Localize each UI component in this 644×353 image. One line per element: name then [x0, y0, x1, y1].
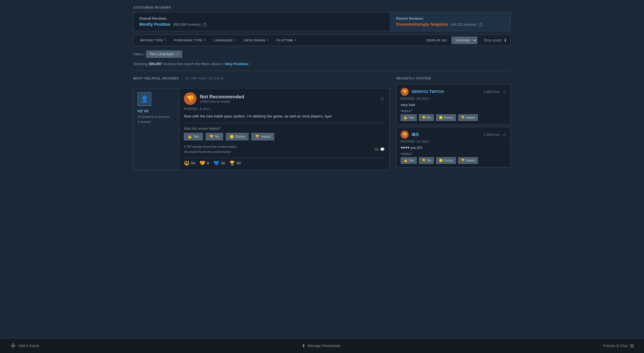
- recent-yes-button-0[interactable]: 👍 Yes: [401, 114, 417, 121]
- star-icon[interactable]: ☆: [380, 95, 385, 102]
- recent-award-label-1: Award: [466, 159, 475, 162]
- helpful-funny-button[interactable]: 😶 Funny: [226, 133, 249, 140]
- overall-reviews-count: (880,696 reviews): [173, 23, 200, 27]
- show-graph-button[interactable]: Show graph ⬇: [484, 38, 507, 43]
- showing-suffix: ): [249, 62, 250, 66]
- helpful-stats-text: 2,787 people found this review helpful 4…: [184, 144, 237, 154]
- friends-chat-button[interactable]: Friends & Chat ⊞: [599, 341, 637, 350]
- helpful-question: Was this review helpful?: [184, 127, 385, 131]
- recent-funny-button-0[interactable]: 😶 Funny: [436, 114, 456, 121]
- helpful-award-button[interactable]: 🏆 Award: [251, 133, 274, 140]
- thumbs-up-icon: 👍: [188, 135, 192, 139]
- add-game-label: Add a Game: [18, 344, 39, 348]
- recent-reviews-box: Recent Reviews: Overwhelmingly Negative …: [390, 12, 510, 31]
- recent-star-icon-1[interactable]: ☆: [502, 132, 506, 137]
- recent-yes-label-1: Yes: [409, 159, 414, 162]
- recent-award-button-0[interactable]: 🏆 Award: [458, 114, 478, 121]
- comments-icon: 💬: [380, 147, 385, 151]
- recent-funny-icon-1: 😶: [439, 159, 443, 162]
- language-tag-close-icon[interactable]: ✕: [176, 52, 179, 56]
- manage-downloads-button[interactable]: ⬇ Manage Downloads: [298, 341, 344, 350]
- recent-award-button-1[interactable]: 🏆 Award: [458, 157, 478, 164]
- recent-helpful-btns-1: 👍 Yes 👎 No 😶 Funny 🏆 Award: [401, 157, 506, 164]
- recent-star-icon-0[interactable]: ☆: [502, 89, 506, 94]
- award-item-2: 💙 18: [214, 160, 225, 166]
- sentiment-link[interactable]: Very Positive: [224, 62, 248, 66]
- most-helpful-title: MOST HELPFUL REVIEWS: [133, 77, 179, 80]
- recent-no-button-0[interactable]: 👎 No: [419, 114, 434, 121]
- recent-no-button-1[interactable]: 👎 No: [419, 157, 434, 164]
- showing-middle: reviews that match the filters above (: [163, 62, 224, 66]
- author-name: KE VE: [138, 109, 149, 113]
- bottom-center: ⬇ Manage Downloads: [43, 341, 599, 350]
- purchase-type-chevron-icon: ▼: [204, 39, 206, 41]
- bottom-bar: ➕ Add a Game ⬇ Manage Downloads Friends …: [0, 338, 644, 353]
- recent-funny-icon-0: 😶: [439, 116, 443, 119]
- award-icon-3: 🏆: [229, 160, 235, 166]
- recent-no-label-1: No: [427, 159, 431, 162]
- recent-yes-label-0: Yes: [409, 116, 414, 119]
- funny-label: Funny: [235, 135, 245, 139]
- recent-helpful-btns-0: 👍 Yes 👎 No 😶 Funny 🏆 Award: [401, 114, 506, 121]
- recent-funny-label-0: Funny: [444, 116, 453, 119]
- showing-prefix: Showing: [133, 62, 148, 66]
- most-helpful-section: MOST HELPFUL REVIEWS IN THE PAST 30 DAYS…: [133, 77, 389, 170]
- section-title: CUSTOMER REVIEWS: [133, 6, 511, 9]
- recent-helpful-label-0: Helpful?: [401, 109, 506, 113]
- recent-award-icon-0: 🏆: [461, 116, 465, 119]
- filter-bar: REVIEW TYPE ▼ PURCHASE TYPE ▼ LANGUAGE ▼…: [133, 35, 511, 46]
- recent-reviews-help-icon[interactable]: ?: [479, 23, 483, 27]
- recent-award-label-0: Award: [466, 116, 475, 119]
- date-range-label: DATE RANGE: [244, 39, 266, 42]
- award-item-1: 🧡 9: [200, 160, 209, 166]
- recent-hrs-0: 1,355.2 hrs: [484, 90, 500, 93]
- helpful-no-button[interactable]: 👎 No: [206, 133, 223, 140]
- verdict-row: 👎 Not Recommended 1,494.5 hrs on record …: [184, 92, 385, 105]
- recent-review-card-1: 👎 城北 1,134.5 hrs ☆ POSTED: 19 JULY ♥♥♥♥ …: [396, 127, 511, 167]
- manage-downloads-label: Manage Downloads: [308, 344, 341, 348]
- award-item-3: 🏆 60: [229, 160, 240, 166]
- award-count-3: 60: [236, 161, 240, 165]
- recent-thumbs-down-icon-0: 👎: [422, 116, 426, 119]
- purchase-type-filter[interactable]: PURCHASE TYPE ▼: [171, 37, 209, 44]
- helpful-count: 2,787 people found this review helpful: [184, 144, 237, 149]
- language-filter[interactable]: LANGUAGE ▼: [211, 37, 239, 44]
- funny-count: 45 people found this review funny: [184, 149, 237, 155]
- playtime-chevron-icon: ▼: [295, 39, 297, 41]
- overall-reviews-score: Mostly Positive: [139, 22, 170, 27]
- display-as-label: DISPLAY AS:: [426, 39, 448, 42]
- verdict-hrs: 1,494.5 hrs on record: [200, 100, 244, 103]
- bottom-right: Friends & Chat ⊞: [599, 341, 637, 350]
- yes-label: Yes: [193, 135, 199, 139]
- main-divider: [133, 71, 511, 71]
- award-label: Award: [261, 135, 271, 139]
- add-game-button[interactable]: ➕ Add a Game: [7, 341, 43, 350]
- filters-label: Filters: [133, 52, 143, 56]
- language-filter-tag: Your Languages ✕: [146, 51, 182, 58]
- recent-funny-button-1[interactable]: 😶 Funny: [436, 157, 456, 164]
- award-icon-0: 🔱: [184, 160, 190, 166]
- recent-posted-1: POSTED: 19 JULY: [401, 140, 506, 143]
- show-graph-label: Show graph: [484, 38, 502, 42]
- language-chevron-icon: ▼: [234, 39, 236, 41]
- recent-hrs-1: 1,134.5 hrs: [484, 133, 500, 136]
- overall-reviews-help-icon[interactable]: ?: [203, 23, 207, 27]
- verdict-text: Not Recommended: [200, 94, 244, 100]
- recent-body-1: ♥♥♥♥ you EA: [401, 145, 506, 150]
- recent-yes-button-1[interactable]: 👍 Yes: [401, 157, 417, 164]
- purchase-type-label: PURCHASE TYPE: [174, 39, 202, 42]
- recent-posted-0: POSTED: 19 JULY: [401, 97, 506, 100]
- date-range-filter[interactable]: DATE RANGE ▼: [241, 37, 272, 44]
- review-type-filter[interactable]: REVIEW TYPE ▼: [137, 37, 169, 44]
- award-icon-2: 💙: [214, 160, 219, 166]
- friends-chat-icon: ⊞: [630, 343, 634, 348]
- helpful-yes-button[interactable]: 👍 Yes: [184, 133, 203, 140]
- display-as-select[interactable]: Summary Recent Helpful: [452, 37, 477, 44]
- playtime-filter[interactable]: PLAYTIME ▼: [274, 37, 300, 44]
- friends-chat-label: Friends & Chat: [603, 344, 628, 348]
- showing-text: Showing 395,097 reviews that match the f…: [133, 62, 511, 66]
- recent-body-0: very bad: [401, 103, 506, 107]
- recent-review-header-1: 👎 城北 1,134.5 hrs ☆: [401, 131, 506, 139]
- reviews-columns: MOST HELPFUL REVIEWS IN THE PAST 30 DAYS…: [133, 77, 511, 170]
- award-count-1: 9: [207, 161, 209, 165]
